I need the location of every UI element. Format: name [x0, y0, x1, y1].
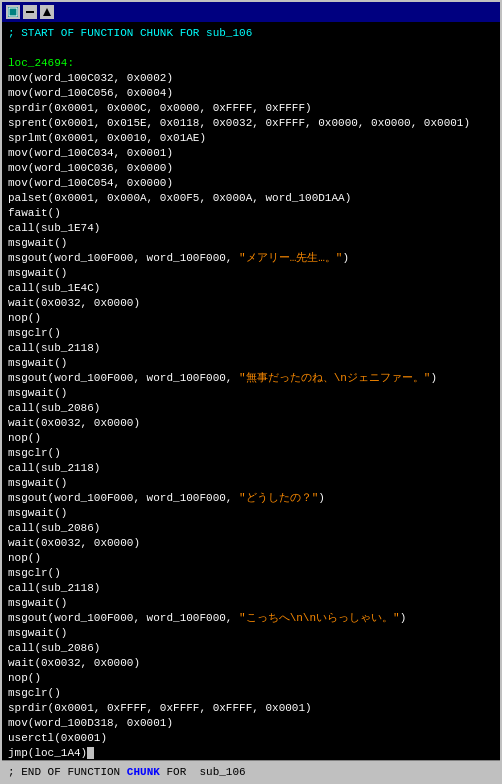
- code-area: ; START OF FUNCTION CHUNK FOR sub_106 lo…: [2, 22, 500, 760]
- code-line-38: msgwait(): [8, 626, 494, 641]
- code-line-3: sprdir(0x0001, 0x000C, 0x0000, 0xFFFF, 0…: [8, 101, 494, 116]
- code-line-10: fawait(): [8, 206, 494, 221]
- code-line-19: call(sub_2118): [8, 341, 494, 356]
- status-text: ; END OF FUNCTION CHUNK FOR sub_106: [8, 766, 246, 778]
- code-line-40: wait(0x0032, 0x0000): [8, 656, 494, 671]
- code-line-25: nop(): [8, 431, 494, 446]
- code-line-2: mov(word_100C056, 0x0004): [8, 86, 494, 101]
- code-line-34: msgclr(): [8, 566, 494, 581]
- main-window: ; START OF FUNCTION CHUNK FOR sub_106 lo…: [0, 0, 502, 784]
- code-line-46: jmp(loc_1A4): [8, 746, 494, 760]
- code-line-20: msgwait(): [8, 356, 494, 371]
- code-line-44: mov(word_100D318, 0x0001): [8, 716, 494, 731]
- code-line-21: msgout(word_100F000, word_100F000, "無事だっ…: [8, 371, 494, 386]
- header-comment: ; START OF FUNCTION CHUNK FOR sub_106: [8, 26, 494, 41]
- code-line-33: nop(): [8, 551, 494, 566]
- code-line-39: call(sub_2086): [8, 641, 494, 656]
- status-chunk-highlight: CHUNK: [127, 766, 160, 778]
- code-line-42: msgclr(): [8, 686, 494, 701]
- title-icon-1: [6, 5, 20, 19]
- code-line-4: sprent(0x0001, 0x015E, 0x0118, 0x0032, 0…: [8, 116, 494, 131]
- code-line-12: msgwait(): [8, 236, 494, 251]
- code-line-30: msgwait(): [8, 506, 494, 521]
- code-line-41: nop(): [8, 671, 494, 686]
- code-line-13: msgout(word_100F000, word_100F000, "メアリー…: [8, 251, 494, 266]
- code-line-17: nop(): [8, 311, 494, 326]
- status-bar: ; END OF FUNCTION CHUNK FOR sub_106: [2, 760, 500, 782]
- code-line-29: msgout(word_100F000, word_100F000, "どうした…: [8, 491, 494, 506]
- code-line-36: msgwait(): [8, 596, 494, 611]
- code-line-32: wait(0x0032, 0x0000): [8, 536, 494, 551]
- code-line-8: mov(word_100C054, 0x0000): [8, 176, 494, 191]
- code-line-27: call(sub_2118): [8, 461, 494, 476]
- empty-line-1: [8, 41, 494, 56]
- code-line-28: msgwait(): [8, 476, 494, 491]
- code-line-43: sprdir(0x0001, 0xFFFF, 0xFFFF, 0xFFFF, 0…: [8, 701, 494, 716]
- code-line-15: call(sub_1E4C): [8, 281, 494, 296]
- code-line-23: call(sub_2086): [8, 401, 494, 416]
- code-line-24: wait(0x0032, 0x0000): [8, 416, 494, 431]
- code-line-45: userctl(0x0001): [8, 731, 494, 746]
- code-line-35: call(sub_2118): [8, 581, 494, 596]
- code-line-26: msgclr(): [8, 446, 494, 461]
- svg-rect-3: [26, 11, 34, 13]
- code-line-16: wait(0x0032, 0x0000): [8, 296, 494, 311]
- code-line-6: mov(word_100C034, 0x0001): [8, 146, 494, 161]
- code-line-7: mov(word_100C036, 0x0000): [8, 161, 494, 176]
- code-line-31: call(sub_2086): [8, 521, 494, 536]
- code-line-22: msgwait(): [8, 386, 494, 401]
- title-bar: [2, 2, 500, 22]
- code-line-1: mov(word_100C032, 0x0002): [8, 71, 494, 86]
- label-loc24694: loc_24694:: [8, 56, 494, 71]
- code-line-5: sprlmt(0x0001, 0x0010, 0x01AE): [8, 131, 494, 146]
- code-line-9: palset(0x0001, 0x000A, 0x00F5, 0x000A, w…: [8, 191, 494, 206]
- code-line-37: msgout(word_100F000, word_100F000, "こっちへ…: [8, 611, 494, 626]
- code-line-11: call(sub_1E74): [8, 221, 494, 236]
- title-icon-3: [40, 5, 54, 19]
- code-line-18: msgclr(): [8, 326, 494, 341]
- title-icon-2: [23, 5, 37, 19]
- code-line-14: msgwait(): [8, 266, 494, 281]
